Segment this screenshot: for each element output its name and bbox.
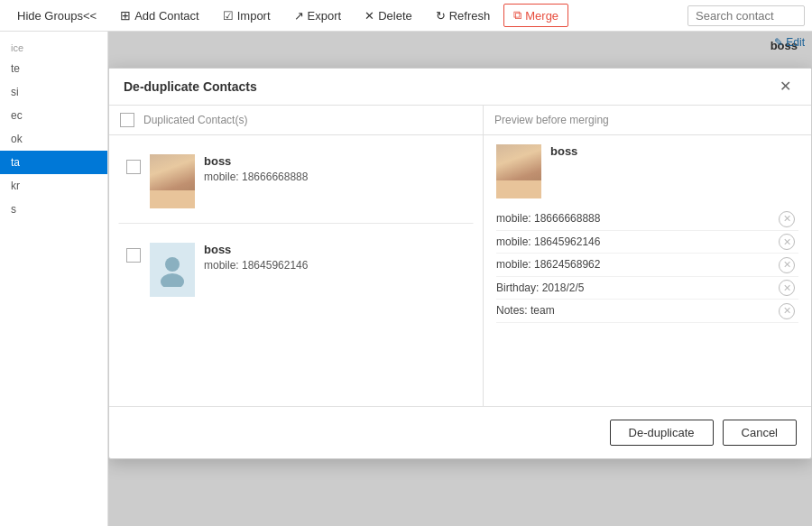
col-left-header: Duplicated Contact(s): [109, 106, 484, 134]
modal-header: De-duplicate Contacts ✕: [109, 69, 811, 106]
svg-point-1: [161, 273, 184, 287]
merge-label: Merge: [525, 9, 558, 23]
merge-icon: ⧉: [513, 8, 521, 23]
contact-list-area: boss Edit De-duplicate Contacts ✕ Duplic…: [108, 32, 812, 526]
contact-2-avatar: [150, 243, 195, 297]
hide-groups-label: Hide Groups<<: [17, 9, 97, 23]
remove-field-2-button[interactable]: ✕: [775, 256, 798, 273]
contact-2-name: boss: [204, 243, 466, 256]
remove-field-3-button[interactable]: ✕: [775, 280, 798, 297]
preview-photo: [496, 144, 541, 198]
sidebar-item-kr[interactable]: kr: [0, 174, 107, 198]
hide-groups-button[interactable]: Hide Groups<<: [7, 5, 106, 27]
refresh-icon: ↻: [436, 9, 446, 23]
delete-label: Delete: [378, 9, 412, 23]
export-label: Export: [308, 9, 342, 23]
sidebar-item-ec[interactable]: ec: [0, 104, 107, 127]
sidebar-item-ok[interactable]: ok: [0, 127, 107, 151]
remove-0-icon: ✕: [779, 211, 795, 227]
add-contact-button[interactable]: ⊞ Add Contact: [110, 4, 209, 27]
preview-row-3: Birthday: 2018/2/5 ✕: [496, 277, 798, 300]
modal-overlay: De-duplicate Contacts ✕ Duplicated Conta…: [108, 32, 812, 526]
contact-card-2: boss mobile: 18645962146: [118, 233, 474, 307]
remove-1-icon: ✕: [779, 234, 795, 250]
preview-row-4: Notes: team ✕: [496, 300, 798, 323]
preview-row-2: mobile: 18624568962 ✕: [496, 254, 798, 277]
sidebar-item-si[interactable]: si: [0, 80, 107, 104]
sidebar: ice te si ec ok ta kr s: [0, 32, 108, 526]
modal-column-headers: Duplicated Contact(s) Preview before mer…: [109, 106, 811, 135]
app-toolbar: Hide Groups<< ⊞ Add Contact ☑ Import ↗ E…: [0, 0, 812, 32]
search-input[interactable]: [687, 5, 805, 26]
contact-1-detail: mobile: 18666668888: [204, 171, 466, 183]
import-button[interactable]: ☑ Import: [213, 5, 281, 27]
contact-2-info: boss mobile: 18645962146: [204, 243, 466, 272]
preview-field-2: mobile: 18624568962: [496, 258, 600, 271]
select-all-checkbox[interactable]: [120, 113, 134, 127]
duplicated-contacts-header: Duplicated Contact(s): [143, 114, 247, 126]
contact-1-name: boss: [204, 154, 466, 168]
remove-field-1-button[interactable]: ✕: [775, 234, 798, 251]
col-right-header: Preview before merging: [484, 106, 811, 134]
svg-point-0: [165, 257, 180, 272]
export-icon: ↗: [294, 9, 304, 23]
contact-1-info: boss mobile: 18666668888: [204, 154, 466, 183]
preview-row-1: mobile: 18645962146 ✕: [496, 231, 798, 254]
contact-1-checkbox[interactable]: [126, 160, 141, 174]
remove-4-icon: ✕: [779, 303, 795, 319]
remove-3-icon: ✕: [779, 280, 795, 296]
dedup-button[interactable]: De-duplicate: [610, 420, 714, 446]
remove-2-icon: ✕: [779, 257, 795, 273]
remove-field-4-button[interactable]: ✕: [775, 302, 798, 319]
refresh-button[interactable]: ↻ Refresh: [426, 5, 501, 27]
contact-1-photo: [150, 154, 195, 208]
delete-icon: ✕: [364, 9, 374, 23]
contact-card-1: boss mobile: 18666668888: [118, 144, 474, 224]
modal-title: De-duplicate Contacts: [124, 79, 257, 94]
import-icon: ☑: [223, 9, 234, 23]
sidebar-item-s[interactable]: s: [0, 198, 107, 221]
add-contact-label: Add Contact: [134, 9, 199, 23]
preview-field-4: Notes: team: [496, 304, 555, 317]
modal-close-button[interactable]: ✕: [774, 78, 797, 96]
dedup-modal: De-duplicate Contacts ✕ Duplicated Conta…: [108, 68, 812, 459]
merge-button[interactable]: ⧉ Merge: [503, 4, 568, 27]
contact-2-checkbox[interactable]: [126, 248, 141, 263]
preview-name-block: boss: [550, 144, 577, 161]
preview-header: Preview before merging: [494, 114, 609, 126]
export-button[interactable]: ↗ Export: [284, 5, 352, 27]
delete-button[interactable]: ✕ Delete: [355, 5, 422, 27]
import-label: Import: [237, 9, 271, 23]
preview-avatar: [496, 144, 541, 198]
preview-row-0: mobile: 18666668888 ✕: [496, 208, 798, 231]
remove-field-0-button[interactable]: ✕: [775, 210, 798, 227]
cancel-button[interactable]: Cancel: [723, 420, 797, 446]
preview-field-1: mobile: 18645962146: [496, 235, 600, 248]
sidebar-item-te[interactable]: te: [0, 57, 107, 80]
preview-name: boss: [550, 144, 577, 158]
sidebar-item-ta[interactable]: ta: [0, 151, 107, 174]
preview-field-0: mobile: 18666668888: [496, 212, 600, 225]
duplicates-panel: boss mobile: 18666668888: [109, 135, 484, 406]
contact-2-detail: mobile: 18645962146: [204, 259, 466, 272]
add-icon: ⊞: [120, 8, 131, 23]
app-body: ice te si ec ok ta kr s boss Edit De-dup…: [0, 32, 812, 526]
modal-body: boss mobile: 18666668888: [109, 135, 811, 406]
preview-contact-header: boss: [496, 144, 798, 198]
preview-panel: boss mobile: 18666668888 ✕ mobile: 18645…: [484, 135, 811, 406]
contact-1-avatar: [150, 154, 195, 208]
modal-footer: De-duplicate Cancel: [109, 406, 811, 458]
refresh-label: Refresh: [449, 9, 491, 23]
contact-2-default-avatar: [150, 243, 195, 297]
preview-field-3: Birthday: 2018/2/5: [496, 281, 584, 294]
